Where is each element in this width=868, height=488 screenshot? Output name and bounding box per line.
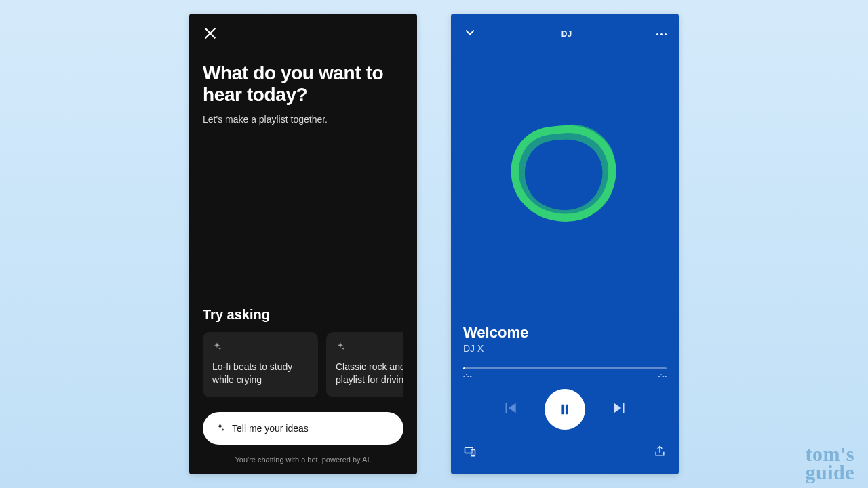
share-icon[interactable] <box>653 445 667 461</box>
chat-prompt-screen: What do you want to hear today? Let's ma… <box>189 14 417 474</box>
suggestion-card[interactable]: Lo-fi beats to study while crying <box>203 332 318 397</box>
svg-point-2 <box>473 453 474 455</box>
player-header: DJ <box>463 24 667 43</box>
pause-button[interactable] <box>545 389 585 430</box>
sparkle-icon <box>212 342 309 354</box>
devices-icon[interactable] <box>463 445 477 461</box>
close-icon[interactable] <box>203 31 218 43</box>
ideas-input[interactable]: Tell me your ideas <box>203 412 403 445</box>
track-artist: DJ X <box>463 343 667 354</box>
try-asking-label: Try asking <box>203 307 403 323</box>
suggestion-card[interactable]: Classic rock and metal playlist for driv… <box>326 332 403 397</box>
suggestion-cards: Lo-fi beats to study while crying Classi… <box>203 332 403 397</box>
chevron-down-icon[interactable] <box>463 26 477 42</box>
headline: What do you want to hear today? <box>203 62 403 106</box>
next-track-button[interactable] <box>611 399 629 420</box>
suggestion-text: Lo-fi beats to study while crying <box>212 361 309 386</box>
player-controls <box>463 389 667 430</box>
track-title: Welcome <box>463 324 667 342</box>
more-icon[interactable] <box>656 33 667 35</box>
sparkle-icon <box>336 342 403 354</box>
subheadline: Let's make a playlist together. <box>203 114 403 125</box>
previous-track-button[interactable] <box>501 399 519 420</box>
svg-rect-0 <box>465 447 473 453</box>
dj-visualizer <box>463 43 667 321</box>
ideas-input-placeholder: Tell me your ideas <box>232 423 309 434</box>
watermark-logo: tom's guide <box>805 445 854 481</box>
suggestion-text: Classic rock and metal playlist for driv… <box>336 361 403 386</box>
player-title: DJ <box>561 29 572 39</box>
sparkle-icon <box>215 422 225 435</box>
time-elapsed: -:-- <box>463 372 472 380</box>
progress-bar[interactable] <box>463 367 667 369</box>
ai-disclaimer: You're chatting with a bot, powered by A… <box>203 455 403 464</box>
watermark-line2: guide <box>805 463 854 481</box>
time-total: -:-- <box>658 372 667 380</box>
dj-player-screen: DJ Welcome DJ X <box>451 14 679 474</box>
